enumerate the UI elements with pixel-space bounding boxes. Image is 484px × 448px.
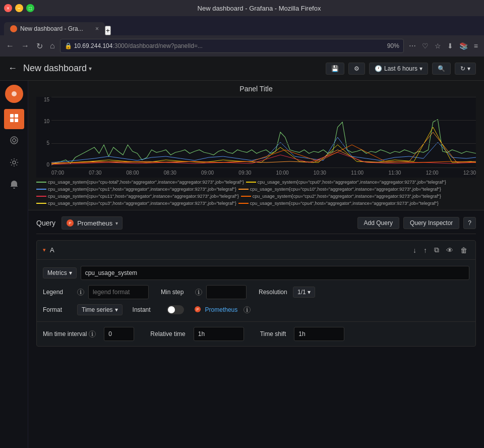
active-tab[interactable]: New dashboard - Gra... × <box>4 22 105 35</box>
prometheus-link[interactable]: Prometheus <box>205 306 238 313</box>
save-dashboard-btn[interactable]: 💾 <box>326 63 344 75</box>
legend-item-2: cpu_usage_system{cpu="cpu1",host="aggreg… <box>36 187 236 192</box>
relative-time-label: Relative time <box>150 330 185 338</box>
legend-color-3 <box>238 189 249 190</box>
grafana-logo[interactable] <box>5 85 23 103</box>
min-step-input[interactable] <box>206 285 247 299</box>
legend-row: Legend ℹ Min step ℹ Resolution 1/1 ▾ <box>43 285 469 299</box>
svg-rect-4 <box>10 119 14 122</box>
svg-rect-3 <box>15 114 18 118</box>
metrics-caret: ▾ <box>69 269 72 276</box>
sidebar-item-settings[interactable] <box>4 153 24 174</box>
format-row: Format Time series ▾ Instant <box>43 304 469 315</box>
header-back-btn[interactable]: ← <box>8 63 17 74</box>
clock-icon: 🕐 <box>375 65 382 72</box>
resolution-value: 1/1 <box>297 289 306 296</box>
query-help-btn[interactable]: ? <box>463 217 476 229</box>
refresh-caret: ▾ <box>467 65 470 72</box>
nav-bar: ← → ↻ ⌂ 🔒 10.69.244.104:3000/dashboard/n… <box>0 35 484 57</box>
min-time-input[interactable] <box>104 327 134 341</box>
sidebar-item-dashboard[interactable] <box>4 109 24 129</box>
tab-bar: New dashboard - Gra... × + <box>0 16 484 35</box>
format-select[interactable]: Time series ▾ <box>77 304 123 315</box>
time-shift-input[interactable] <box>294 327 344 341</box>
grid-line-5 <box>51 143 476 144</box>
nav-extras: ⋯ ♡ ☆ ⬇ 📚 ≡ <box>407 40 480 52</box>
sidebar-item-alerts[interactable] <box>4 176 24 196</box>
star-btn[interactable]: ☆ <box>433 40 443 52</box>
query-editor: Query P Prometheus ▾ Add Query <box>28 210 484 448</box>
home-btn[interactable]: ⌂ <box>48 39 57 52</box>
format-caret: ▾ <box>115 306 118 313</box>
forward-btn[interactable]: → <box>19 39 31 52</box>
grafana-app: ← New dashboard ▾ 💾 ⚙ 🕐 Last 6 hours ▾ 🔍… <box>0 57 484 448</box>
legend-info-icon[interactable]: ℹ <box>77 289 84 296</box>
min-time-label: Min time interval ℹ <box>43 330 96 338</box>
reload-btn[interactable]: ↻ <box>34 39 45 53</box>
resolution-select[interactable]: 1/1 ▾ <box>293 287 315 298</box>
extensions-btn[interactable]: ⋯ <box>407 40 418 52</box>
menu-btn[interactable]: ≡ <box>472 40 480 52</box>
address-zoom: 90% <box>387 42 399 49</box>
address-bar[interactable]: 🔒 10.69.244.104:3000/dashboard/new?panel… <box>60 39 404 53</box>
chart-container: 15 10 5 0 <box>36 97 476 178</box>
legend-item-7: cpu_usage_system{cpu="cpu4",host="aggreg… <box>238 201 439 206</box>
move-down-btn[interactable]: ↓ <box>411 245 418 255</box>
legend-color-6 <box>36 203 46 204</box>
delete-query-btn[interactable]: 🗑 <box>458 245 469 255</box>
dashboard-title: New dashboard <box>23 63 87 74</box>
maximize-window-btn[interactable]: □ <box>26 4 34 12</box>
min-time-info-icon[interactable]: ℹ <box>89 330 96 338</box>
time-range-btn[interactable]: 🕐 Last 6 hours ▾ <box>369 63 428 75</box>
new-tab-btn[interactable]: + <box>105 26 111 35</box>
toggle-slider <box>167 305 184 314</box>
metrics-tag[interactable]: Metrics ▾ <box>43 267 77 278</box>
metrics-input[interactable] <box>81 266 469 280</box>
close-tab-btn[interactable]: × <box>95 25 99 32</box>
legend-label: Legend <box>43 289 73 296</box>
minimize-window-btn[interactable]: − <box>15 4 23 12</box>
main-content: Panel Title 15 10 5 0 <box>0 81 484 448</box>
refresh-btn[interactable]: ↻ ▾ <box>455 63 476 75</box>
save-icon: 💾 <box>331 65 339 72</box>
panel-area: Panel Title 15 10 5 0 <box>28 81 484 448</box>
download-btn[interactable]: ⬇ <box>445 40 455 52</box>
svg-point-1 <box>12 91 17 96</box>
move-up-btn[interactable]: ↑ <box>421 245 429 255</box>
query-letter-a: A <box>50 246 54 254</box>
legend-item-5: cpu_usage_system{cpu="cpu2",host="aggreg… <box>241 194 441 199</box>
sidebar-item-explore[interactable] <box>4 131 24 151</box>
legend-color-5 <box>241 196 251 197</box>
add-query-btn[interactable]: Add Query <box>357 217 399 229</box>
prometheus-info-icon[interactable]: ℹ <box>244 306 251 313</box>
grid-line-15 <box>51 97 476 97</box>
settings-btn[interactable]: ⚙ <box>348 63 365 75</box>
prometheus-icon: P <box>66 219 74 227</box>
query-block-a-header: ▾ A ↓ ↑ ⧉ 👁 🗑 <box>37 241 475 260</box>
svg-rect-2 <box>10 114 14 118</box>
explore-icon <box>9 135 19 148</box>
legend-color-2 <box>36 189 46 190</box>
title-caret[interactable]: ▾ <box>89 65 92 72</box>
y-axis: 15 10 5 0 <box>36 97 51 167</box>
min-step-info-icon[interactable]: ℹ <box>195 289 202 296</box>
legend-color-0 <box>36 182 46 183</box>
relative-time-input[interactable] <box>194 327 244 341</box>
library-btn[interactable]: 📚 <box>457 40 470 52</box>
query-actions: Add Query Query Inspector ? <box>357 217 476 229</box>
close-window-btn[interactable]: × <box>4 4 12 12</box>
zoom-btn[interactable]: 🔍 <box>432 63 451 75</box>
browser-titlebar: × − □ New dashboard - Grafana - Mozilla … <box>0 0 484 16</box>
legend-color-1 <box>246 182 256 183</box>
collapse-btn-a[interactable]: ▾ <box>43 247 46 253</box>
back-btn[interactable]: ← <box>4 39 16 52</box>
datasource-selector[interactable]: P Prometheus ▾ <box>62 216 123 230</box>
legend-input[interactable] <box>88 285 149 299</box>
instant-toggle[interactable] <box>167 305 184 314</box>
toggle-visibility-btn[interactable]: 👁 <box>444 245 455 255</box>
duplicate-btn[interactable]: ⧉ <box>432 245 441 255</box>
query-inspector-btn[interactable]: Query Inspector <box>403 217 459 229</box>
bookmark-btn[interactable]: ♡ <box>420 40 431 52</box>
tab-favicon <box>10 25 17 32</box>
query-block-actions: ↓ ↑ ⧉ 👁 🗑 <box>411 245 469 255</box>
